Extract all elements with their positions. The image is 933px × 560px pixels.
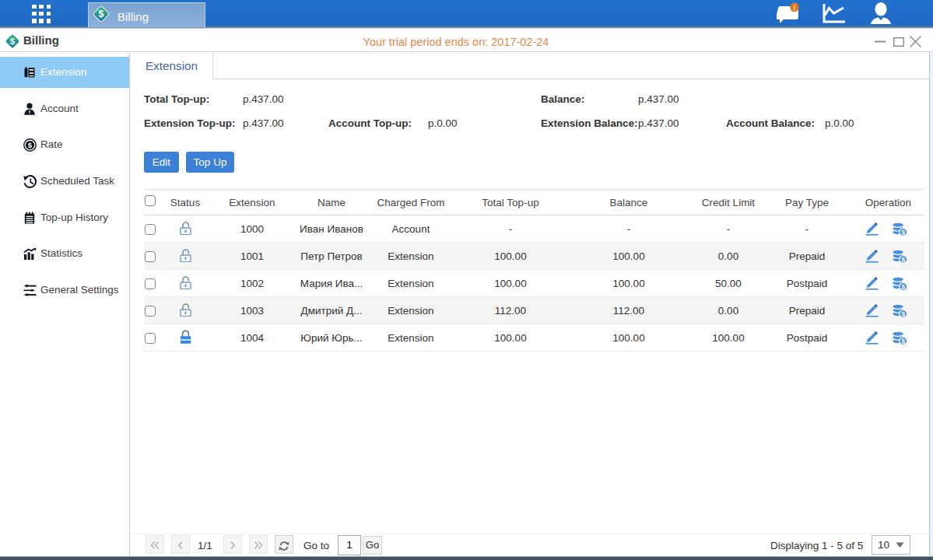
svg-text:$: $ bbox=[901, 282, 905, 290]
svg-text:$: $ bbox=[28, 141, 33, 149]
svg-text:$: $ bbox=[99, 9, 104, 19]
svg-text:!: ! bbox=[794, 4, 796, 12]
svg-text:$: $ bbox=[901, 337, 905, 345]
svg-text:$: $ bbox=[901, 228, 905, 236]
svg-text:$: $ bbox=[901, 310, 905, 317]
svg-text:$: $ bbox=[901, 255, 905, 263]
